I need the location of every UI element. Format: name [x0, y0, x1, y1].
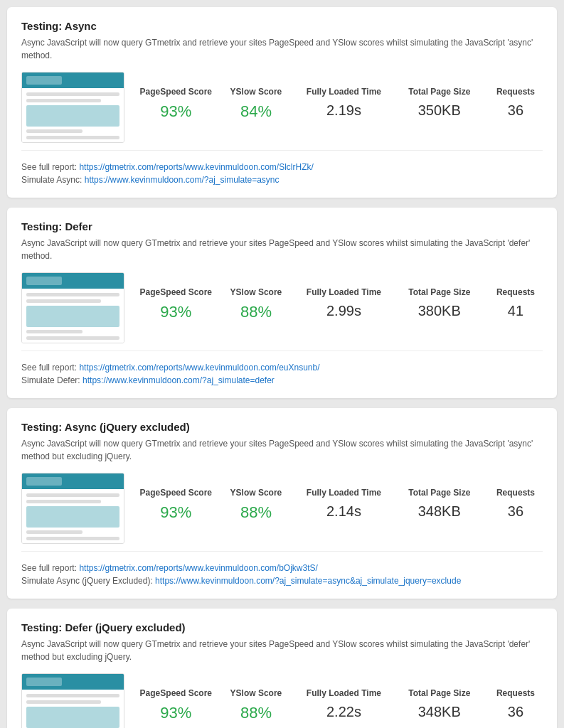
value-pagespeed: 93%: [137, 503, 215, 522]
metrics-values: 93% 88% 2.14s 348KB 36: [137, 503, 543, 522]
metrics-values: 93% 88% 2.22s 348KB 36: [137, 704, 543, 722]
simulate-label: Simulate Defer:: [21, 375, 83, 385]
header-yslow: YSlow Score: [218, 688, 295, 698]
value-pagespeed: 93%: [137, 704, 215, 722]
value-yslow: 88%: [218, 704, 295, 722]
simulate-label: Simulate Async:: [21, 175, 85, 185]
metrics-headers: PageSpeed Score YSlow Score Fully Loaded…: [137, 688, 543, 698]
card-body: PageSpeed Score YSlow Score Fully Loaded…: [21, 473, 543, 544]
card-description: Async JavaScript will now query GTmetrix…: [21, 437, 543, 463]
value-page-size: 348KB: [393, 704, 486, 722]
value-page-size: 348KB: [393, 503, 486, 522]
simulate-line: Simulate Async: https://www.kevinmuldoon…: [21, 175, 543, 185]
metrics-values: 93% 88% 2.99s 380KB 41: [137, 303, 543, 321]
full-report-link[interactable]: https://gtmetrix.com/reports/www.kevinmu…: [79, 162, 313, 172]
card-async-jquery: Testing: Async (jQuery excluded) Async J…: [7, 408, 557, 599]
card-async: Testing: Async Async JavaScript will now…: [7, 7, 557, 198]
card-body: PageSpeed Score YSlow Score Fully Loaded…: [21, 272, 543, 343]
divider: [21, 350, 543, 351]
full-report-label: See full report:: [21, 162, 79, 172]
full-report-label: See full report:: [21, 563, 79, 573]
value-pagespeed: 93%: [137, 303, 215, 321]
simulate-line: Simulate Defer: https://www.kevinmuldoon…: [21, 375, 543, 385]
header-yslow: YSlow Score: [218, 287, 295, 297]
metrics-headers: PageSpeed Score YSlow Score Fully Loaded…: [137, 287, 543, 297]
metrics-headers: PageSpeed Score YSlow Score Fully Loaded…: [137, 87, 543, 97]
header-loaded-time: Fully Loaded Time: [297, 488, 390, 498]
screenshot-thumbnail: [21, 673, 124, 728]
value-yslow: 84%: [218, 102, 295, 121]
value-loaded-time: 2.22s: [297, 704, 390, 722]
value-requests: 36: [489, 704, 543, 722]
divider: [21, 551, 543, 552]
links-section: See full report: https://gtmetrix.com/re…: [21, 158, 543, 185]
value-requests: 36: [489, 503, 543, 522]
value-pagespeed: 93%: [137, 102, 215, 121]
card-description: Async JavaScript will now query GTmetrix…: [21, 638, 543, 663]
card-description: Async JavaScript will now query GTmetrix…: [21, 36, 543, 62]
metrics-values: 93% 84% 2.19s 350KB 36: [137, 102, 543, 121]
value-loaded-time: 2.19s: [297, 102, 390, 121]
header-pagespeed: PageSpeed Score: [137, 87, 215, 97]
header-page-size: Total Page Size: [393, 688, 486, 698]
header-loaded-time: Fully Loaded Time: [297, 688, 390, 698]
header-pagespeed: PageSpeed Score: [137, 488, 215, 498]
value-loaded-time: 2.99s: [297, 303, 390, 321]
links-section: See full report: https://gtmetrix.com/re…: [21, 358, 543, 385]
value-requests: 41: [489, 303, 543, 321]
card-defer: Testing: Defer Async JavaScript will now…: [7, 208, 557, 398]
header-pagespeed: PageSpeed Score: [137, 688, 215, 698]
simulate-link[interactable]: https://www.kevinmuldoon.com/?aj_simulat…: [85, 175, 280, 185]
full-report-line: See full report: https://gtmetrix.com/re…: [21, 162, 543, 172]
card-title: Testing: Defer (jQuery excluded): [21, 621, 543, 633]
header-page-size: Total Page Size: [393, 287, 486, 297]
value-page-size: 350KB: [393, 102, 486, 121]
card-title: Testing: Async: [21, 20, 543, 32]
card-title: Testing: Defer: [21, 220, 543, 232]
screenshot-thumbnail: [21, 272, 124, 343]
value-yslow: 88%: [218, 303, 295, 321]
metrics-section: PageSpeed Score YSlow Score Fully Loaded…: [137, 488, 543, 529]
header-requests: Requests: [489, 488, 543, 498]
metrics-section: PageSpeed Score YSlow Score Fully Loaded…: [137, 688, 543, 728]
card-defer-jquery: Testing: Defer (jQuery excluded) Async J…: [7, 609, 557, 728]
card-title: Testing: Async (jQuery excluded): [21, 421, 543, 433]
card-description: Async JavaScript will now query GTmetrix…: [21, 237, 543, 262]
header-pagespeed: PageSpeed Score: [137, 287, 215, 297]
metrics-section: PageSpeed Score YSlow Score Fully Loaded…: [137, 87, 543, 128]
simulate-link[interactable]: https://www.kevinmuldoon.com/?aj_simulat…: [155, 576, 461, 586]
header-requests: Requests: [489, 688, 543, 698]
value-requests: 36: [489, 102, 543, 121]
full-report-link[interactable]: https://gtmetrix.com/reports/www.kevinmu…: [79, 563, 317, 573]
value-page-size: 380KB: [393, 303, 486, 321]
value-yslow: 88%: [218, 503, 295, 522]
metrics-headers: PageSpeed Score YSlow Score Fully Loaded…: [137, 488, 543, 498]
full-report-label: See full report:: [21, 363, 79, 373]
header-loaded-time: Fully Loaded Time: [297, 287, 390, 297]
screenshot-thumbnail: [21, 72, 124, 143]
screenshot-thumbnail: [21, 473, 124, 544]
simulate-link[interactable]: https://www.kevinmuldoon.com/?aj_simulat…: [83, 375, 275, 385]
header-yslow: YSlow Score: [218, 488, 295, 498]
full-report-line: See full report: https://gtmetrix.com/re…: [21, 563, 543, 573]
value-loaded-time: 2.14s: [297, 503, 390, 522]
header-loaded-time: Fully Loaded Time: [297, 87, 390, 97]
divider: [21, 150, 543, 151]
header-page-size: Total Page Size: [393, 87, 486, 97]
simulate-line: Simulate Async (jQuery Excluded): https:…: [21, 576, 543, 586]
header-yslow: YSlow Score: [218, 87, 295, 97]
header-requests: Requests: [489, 287, 543, 297]
links-section: See full report: https://gtmetrix.com/re…: [21, 559, 543, 586]
simulate-label: Simulate Async (jQuery Excluded):: [21, 576, 155, 586]
header-requests: Requests: [489, 87, 543, 97]
card-body: PageSpeed Score YSlow Score Fully Loaded…: [21, 673, 543, 728]
full-report-link[interactable]: https://gtmetrix.com/reports/www.kevinmu…: [79, 363, 319, 373]
card-body: PageSpeed Score YSlow Score Fully Loaded…: [21, 72, 543, 143]
metrics-section: PageSpeed Score YSlow Score Fully Loaded…: [137, 287, 543, 328]
header-page-size: Total Page Size: [393, 488, 486, 498]
full-report-line: See full report: https://gtmetrix.com/re…: [21, 363, 543, 373]
